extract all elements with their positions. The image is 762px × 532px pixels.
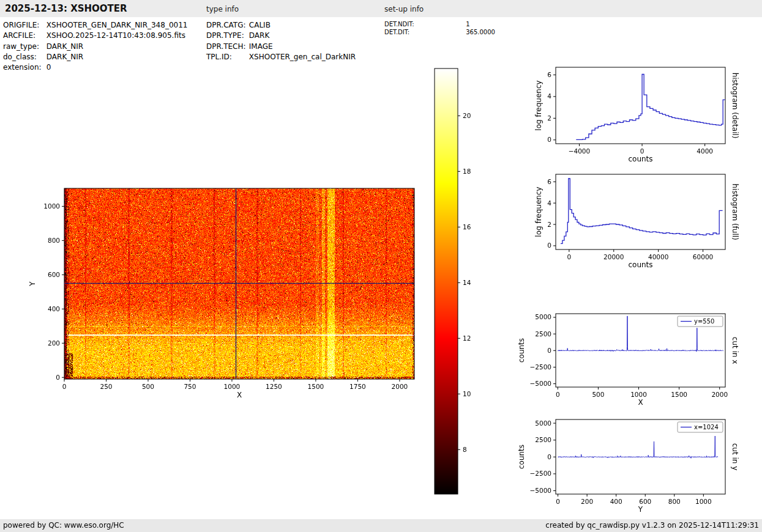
svg-text:X: X: [237, 391, 242, 399]
svg-text:750: 750: [184, 383, 196, 390]
svg-text:2000: 2000: [392, 383, 408, 390]
svg-text:−2500: −2500: [529, 470, 551, 477]
svg-text:cut in x: cut in x: [731, 337, 739, 364]
svg-text:500: 500: [592, 391, 604, 398]
svg-text:−2500: −2500: [529, 363, 551, 371]
qc-report-page: 2025-12-13: XSHOOTER type info set-up in…: [0, 0, 762, 532]
svg-text:200: 200: [48, 339, 60, 347]
svg-text:−5000: −5000: [529, 487, 551, 494]
cut-in-y-chart: 02004006008001000500025000−2500−5000Ycou…: [517, 419, 739, 514]
svg-text:600: 600: [639, 498, 651, 505]
plot-legend: y=550: [678, 316, 723, 327]
svg-text:10: 10: [463, 390, 471, 397]
svg-text:800: 800: [48, 237, 60, 244]
plots-overlay: 0250500750100012501500175020000200400600…: [0, 0, 762, 532]
svg-text:cut in y: cut in y: [731, 443, 739, 471]
svg-text:16: 16: [463, 223, 471, 231]
svg-text:0: 0: [547, 453, 551, 460]
cut-in-x-chart: 0500100015002000500025000−2500−5000Xcoun…: [517, 313, 739, 407]
svg-text:2: 2: [547, 114, 551, 122]
svg-text:8: 8: [463, 446, 467, 453]
svg-text:400: 400: [610, 498, 622, 505]
svg-text:1000: 1000: [630, 391, 647, 398]
histogram-detail-chart: −4000040000246countslog frequencyhistogr…: [534, 67, 739, 163]
svg-text:40000: 40000: [648, 253, 668, 260]
svg-text:0: 0: [547, 136, 551, 143]
svg-text:counts: counts: [517, 338, 526, 363]
svg-text:counts: counts: [628, 155, 652, 163]
svg-text:800: 800: [668, 498, 681, 505]
svg-text:1250: 1250: [266, 383, 282, 390]
svg-text:14: 14: [463, 279, 471, 286]
histogram-full-chart: 02000040000600000246countslog frequencyh…: [534, 174, 739, 269]
svg-text:0: 0: [640, 147, 644, 155]
svg-text:log frequency: log frequency: [534, 187, 543, 237]
svg-text:1500: 1500: [308, 383, 324, 390]
svg-text:1750: 1750: [349, 383, 366, 390]
svg-text:4: 4: [547, 92, 551, 100]
svg-text:X: X: [638, 398, 643, 407]
svg-text:y=550: y=550: [694, 318, 714, 325]
svg-text:60000: 60000: [693, 253, 713, 260]
footer-created-by: created by qc_rawdisp.py v1.2.3 on 2025-…: [545, 521, 759, 530]
svg-text:400: 400: [48, 305, 60, 312]
svg-text:−5000: −5000: [529, 380, 551, 387]
svg-text:20: 20: [463, 112, 471, 119]
svg-text:−4000: −4000: [569, 147, 591, 155]
svg-text:2500: 2500: [535, 330, 551, 338]
svg-text:2: 2: [547, 221, 551, 228]
svg-text:1000: 1000: [695, 498, 712, 505]
svg-text:counts: counts: [517, 445, 526, 469]
svg-text:histogram (full): histogram (full): [731, 183, 739, 240]
svg-text:200: 200: [581, 498, 593, 505]
svg-text:250: 250: [100, 383, 112, 390]
footer-bar: powered by QC: www.eso.org/HC created by…: [0, 519, 762, 532]
colorbar-axes: 8101214161820: [435, 68, 471, 494]
svg-text:1000: 1000: [224, 383, 241, 390]
svg-text:2000: 2000: [711, 391, 728, 398]
svg-text:x=1024: x=1024: [694, 424, 719, 430]
svg-text:600: 600: [48, 271, 60, 278]
svg-text:histogram (detail): histogram (detail): [731, 73, 739, 139]
svg-text:0: 0: [62, 383, 67, 390]
svg-text:0: 0: [556, 498, 560, 505]
svg-text:4000: 4000: [697, 147, 713, 155]
svg-text:counts: counts: [628, 260, 652, 269]
svg-text:2500: 2500: [535, 436, 551, 443]
svg-text:20000: 20000: [603, 253, 624, 260]
svg-text:5000: 5000: [535, 313, 551, 320]
svg-text:18: 18: [463, 168, 471, 175]
footer-powered-by: powered by QC: www.eso.org/HC: [3, 521, 124, 530]
svg-text:1500: 1500: [671, 391, 687, 398]
svg-text:0: 0: [567, 253, 572, 260]
svg-text:12: 12: [463, 334, 471, 342]
svg-text:1000: 1000: [43, 202, 60, 210]
svg-text:0: 0: [56, 374, 60, 381]
svg-text:0: 0: [556, 391, 560, 398]
svg-text:0: 0: [547, 242, 551, 249]
svg-text:5000: 5000: [535, 419, 551, 427]
svg-text:0: 0: [547, 347, 551, 354]
svg-text:log frequency: log frequency: [534, 80, 543, 130]
svg-text:6: 6: [547, 71, 551, 78]
svg-text:4: 4: [547, 199, 551, 207]
svg-text:500: 500: [142, 383, 154, 390]
plot-legend: x=1024: [678, 422, 723, 432]
svg-text:Y: Y: [28, 281, 37, 287]
svg-text:6: 6: [547, 178, 551, 185]
raw-image-axes: 0250500750100012501500175020000200400600…: [28, 188, 414, 399]
svg-text:Y: Y: [638, 505, 643, 514]
